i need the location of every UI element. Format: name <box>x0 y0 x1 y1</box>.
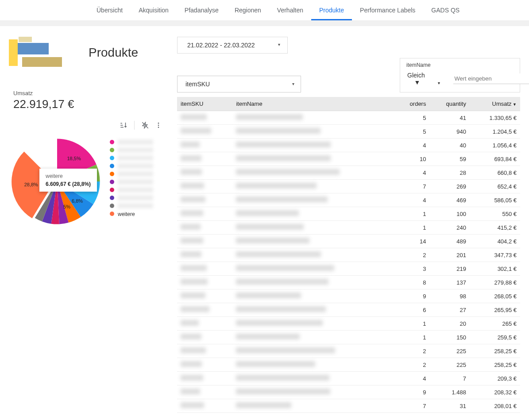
pager-next-button[interactable] <box>505 417 516 420</box>
cell-orders: 5 <box>395 111 430 125</box>
cell-umsatz: 347,73 € <box>470 248 520 262</box>
table-row[interactable]: 998268,05 € <box>177 289 520 303</box>
svg-point-2 <box>158 125 159 126</box>
brand-logo <box>9 37 66 72</box>
tab-übersicht[interactable]: Übersicht <box>89 0 131 20</box>
tab-gads-qs[interactable]: GADS QS <box>423 0 467 20</box>
cell-umsatz: 258,25 € <box>470 344 520 358</box>
cell-itemsku <box>177 166 232 180</box>
cell-itemname <box>232 180 395 193</box>
cell-itemsku <box>177 344 232 358</box>
cell-orders: 4 <box>395 193 430 207</box>
legend-item[interactable] <box>110 155 153 161</box>
pie-chart[interactable]: weitere 6.609,67 € (28,8%) 18,5%6,5%8,9%… <box>11 135 104 228</box>
cell-itemsku <box>177 111 232 125</box>
cell-quantity: 28 <box>429 166 470 180</box>
table-row[interactable]: 2225258,25 € <box>177 344 520 358</box>
dimension-select[interactable]: itemSKU <box>177 76 301 92</box>
cell-orders: 1 <box>395 317 430 331</box>
col-itemName[interactable]: itemName <box>232 97 395 111</box>
tab-produkte[interactable]: Produkte <box>311 0 352 20</box>
legend-item[interactable]: weitere <box>110 211 153 216</box>
table-row[interactable]: 428660,8 € <box>177 166 520 180</box>
filter-op-select[interactable]: Gleich ▼ <box>406 70 449 88</box>
table-row[interactable]: 2225258,25 € <box>177 358 520 372</box>
cell-itemsku <box>177 248 232 262</box>
tab-pfadanalyse[interactable]: Pfadanalyse <box>177 0 227 20</box>
table-row[interactable]: 47209,3 € <box>177 372 520 385</box>
cell-itemname <box>232 248 395 262</box>
legend-swatch <box>110 180 114 184</box>
table-row[interactable]: 4469586,05 € <box>177 193 520 207</box>
legend-item[interactable] <box>110 171 153 177</box>
cell-umsatz: 586,05 € <box>470 193 520 207</box>
table-row[interactable]: 1059693,84 € <box>177 152 520 166</box>
col-orders[interactable]: orders <box>395 97 430 111</box>
legend-item[interactable] <box>110 203 153 208</box>
cell-umsatz: 258,25 € <box>470 358 520 372</box>
cell-itemname <box>232 262 395 276</box>
filter-value-input[interactable] <box>453 73 529 84</box>
cell-itemname <box>232 221 395 235</box>
pie-slice-label: 6,8% <box>72 198 83 204</box>
table-row[interactable]: 2201347,73 € <box>177 248 520 262</box>
table-row[interactable]: 731208,01 € <box>177 399 520 413</box>
table-row[interactable]: 14489404,2 € <box>177 235 520 248</box>
cell-orders: 5 <box>395 125 430 139</box>
cell-itemname <box>232 235 395 248</box>
flash-off-icon[interactable] <box>140 120 151 131</box>
table-row[interactable]: 120265 € <box>177 317 520 331</box>
col-itemSKU[interactable]: itemSKU <box>177 97 232 111</box>
cell-itemsku <box>177 139 232 152</box>
col-umsatz[interactable]: Umsatz <box>470 97 520 111</box>
tab-verhalten[interactable]: Verhalten <box>269 0 311 20</box>
table-row[interactable]: 5411.330,65 € <box>177 111 520 125</box>
cell-quantity: 27 <box>429 303 470 317</box>
sort-az-icon[interactable] <box>118 120 129 131</box>
cell-orders: 1 <box>395 207 430 221</box>
cell-itemsku <box>177 399 232 413</box>
legend-swatch <box>110 140 114 144</box>
cell-umsatz: 265 € <box>470 317 520 331</box>
table-row[interactable]: 3219302,1 € <box>177 262 520 276</box>
table-row[interactable]: 1240415,2 € <box>177 221 520 235</box>
kpi-value: 22.919,17 € <box>13 97 168 111</box>
legend-item[interactable] <box>110 187 153 193</box>
table-row[interactable]: 59401.204,5 € <box>177 125 520 139</box>
legend-item[interactable] <box>110 195 153 200</box>
table-row[interactable]: 627265,95 € <box>177 303 520 317</box>
cell-itemname <box>232 399 395 413</box>
tab-akquisition[interactable]: Akquisition <box>131 0 177 20</box>
cell-umsatz: 415,2 € <box>470 221 520 235</box>
legend-swatch <box>110 204 114 208</box>
legend-item[interactable] <box>110 163 153 169</box>
cell-quantity: 59 <box>429 152 470 166</box>
kpi-label: Umsatz <box>13 90 168 96</box>
cell-itemsku <box>177 235 232 248</box>
legend-item[interactable] <box>110 139 153 145</box>
filter-field-label: itemName <box>406 62 514 68</box>
cell-quantity: 269 <box>429 180 470 193</box>
col-quantity[interactable]: quantity <box>429 97 470 111</box>
page-title: Produkte <box>89 46 138 60</box>
table-pager: 1 - 100 / 425 <box>177 413 520 420</box>
legend-swatch <box>110 148 114 152</box>
tab-regionen[interactable]: Regionen <box>227 0 269 20</box>
tab-performance-labels[interactable]: Performance Labels <box>352 0 423 20</box>
table-row[interactable]: 7269652,4 € <box>177 180 520 193</box>
more-vert-icon[interactable] <box>153 120 164 131</box>
table-row[interactable]: 8137279,88 € <box>177 276 520 289</box>
cell-umsatz: 259,5 € <box>470 331 520 344</box>
table-row[interactable]: 1150259,5 € <box>177 331 520 344</box>
pager-prev-button[interactable] <box>488 417 499 420</box>
cell-itemsku <box>177 221 232 235</box>
table-row[interactable]: 1100550 € <box>177 207 520 221</box>
cell-itemname <box>232 111 395 125</box>
table-row[interactable]: 4401.056,4 € <box>177 139 520 152</box>
date-range-picker[interactable]: 21.02.2022 - 22.03.2022 <box>177 37 288 54</box>
legend-item[interactable] <box>110 179 153 185</box>
legend-label <box>118 147 153 153</box>
table-row[interactable]: 91.488208,32 € <box>177 385 520 399</box>
cell-umsatz: 209,3 € <box>470 372 520 385</box>
legend-item[interactable] <box>110 147 153 153</box>
